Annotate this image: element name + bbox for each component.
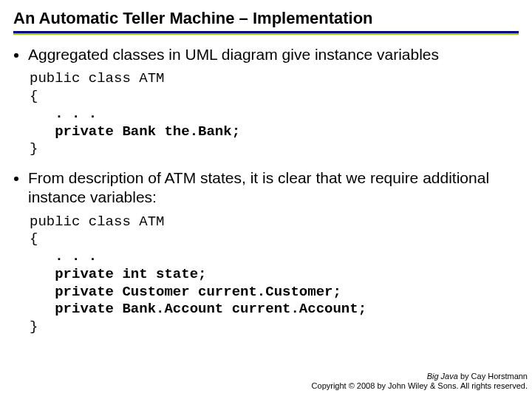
code-line: { [30,231,38,247]
code-line: private Customer current.Customer; [30,284,341,300]
book-title: Big Java [427,372,458,381]
slide-content: An Automatic Teller Machine – Implementa… [0,0,532,336]
bullet-item-1: Aggregated classes in UML diagram give i… [28,45,519,64]
code-line: private Bank the.Bank; [30,123,240,140]
slide-title: An Automatic Teller Machine – Implementa… [13,9,519,28]
code-line: { [30,88,38,104]
code-block-2: public class ATM { . . . private int sta… [30,214,519,336]
bullet-item-2: From description of ATM states, it is cl… [28,168,519,208]
bullet-list: Aggregated classes in UML diagram give i… [13,45,519,64]
code-line: . . . [30,248,97,265]
footer-line-2: Copyright © 2008 by John Wiley & Sons. A… [312,381,528,392]
code-line: private int state; [30,266,206,282]
author-text: by Cay Horstmann [458,372,528,381]
code-line: public class ATM [30,70,164,86]
code-block-1: public class ATM { . . . private Bank th… [30,70,519,158]
code-line: . . . [30,106,97,122]
code-line: private Bank.Account current.Account; [30,301,366,317]
footer-line-1: Big Java by Cay Horstmann [312,372,528,382]
code-line: public class ATM [30,214,164,230]
slide-footer: Big Java by Cay Horstmann Copyright © 20… [312,372,528,392]
title-underline [13,31,519,35]
bullet-list: From description of ATM states, it is cl… [13,168,519,208]
code-line: } [30,318,38,335]
code-line: } [30,140,38,157]
